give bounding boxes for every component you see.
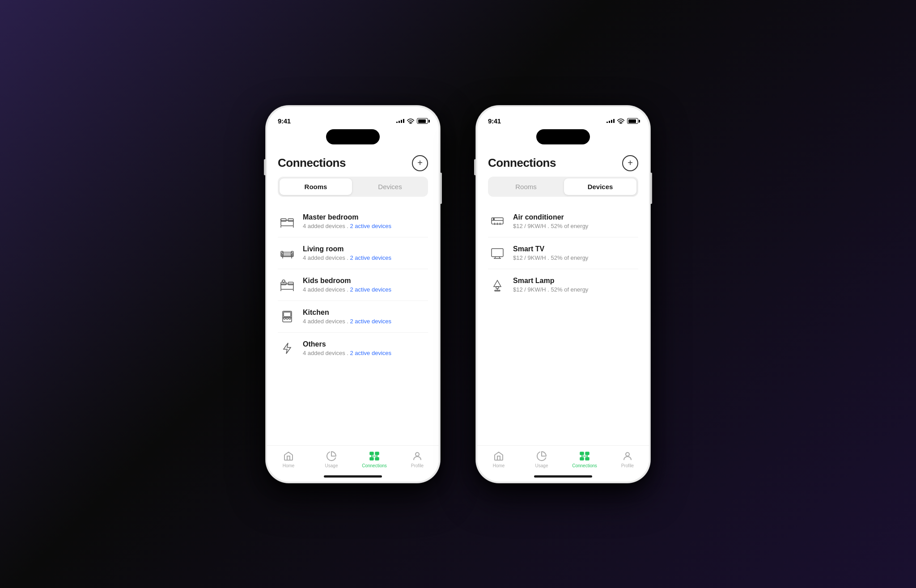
device-text-3: Smart Lamp $12 / 9KW/H . 52% of energy bbox=[513, 277, 638, 293]
nav-connections-1[interactable]: Connections bbox=[353, 450, 396, 468]
svg-point-56 bbox=[626, 453, 629, 456]
svg-rect-20 bbox=[284, 312, 291, 317]
app-title-2: Connections bbox=[488, 156, 556, 170]
room-text-3: Kids bedroom 4 added devices . 2 active … bbox=[303, 277, 428, 293]
svg-rect-51 bbox=[580, 457, 584, 460]
room-text-5: Others 4 added devices . 2 active device… bbox=[303, 340, 428, 356]
svg-rect-52 bbox=[585, 457, 589, 460]
svg-rect-41 bbox=[492, 249, 503, 257]
device-text-1: Air conditioner $12 / 9KW/H . 52% of ene… bbox=[513, 213, 638, 229]
nav-usage-label-2: Usage bbox=[535, 463, 548, 468]
home-bar-2 bbox=[477, 472, 649, 482]
tab-rooms-2[interactable]: Rooms bbox=[490, 178, 562, 195]
home-bar-1 bbox=[267, 472, 439, 482]
svg-point-34 bbox=[620, 123, 621, 124]
tab-switcher-2: Rooms Devices bbox=[488, 177, 638, 197]
chart-icon-1 bbox=[326, 450, 337, 462]
tab-devices-2[interactable]: Devices bbox=[564, 178, 636, 195]
room-name-1: Master bedroom bbox=[303, 213, 428, 221]
dynamic-island-1 bbox=[326, 129, 380, 144]
svg-rect-49 bbox=[580, 452, 584, 455]
list-item[interactable]: Others 4 added devices . 2 active device… bbox=[278, 333, 428, 364]
nav-usage-1[interactable]: Usage bbox=[310, 450, 353, 468]
app-title-1: Connections bbox=[278, 156, 346, 170]
room-text-4: Kitchen 4 added devices . 2 active devic… bbox=[303, 309, 428, 325]
bolt-icon bbox=[278, 339, 297, 358]
room-name-3: Kids bedroom bbox=[303, 277, 428, 285]
list-item[interactable]: Kitchen 4 added devices . 2 active devic… bbox=[278, 301, 428, 333]
kids-bed-icon bbox=[278, 275, 297, 294]
nav-profile-label-1: Profile bbox=[411, 463, 424, 468]
svg-marker-45 bbox=[494, 280, 501, 287]
ac-icon bbox=[488, 212, 507, 231]
sofa-icon bbox=[278, 244, 297, 262]
svg-rect-46 bbox=[496, 287, 499, 288]
room-sub-2: 4 added devices . 2 active devices bbox=[303, 254, 428, 261]
room-text-1: Master bedroom 4 added devices . 2 activ… bbox=[303, 213, 428, 229]
status-bar-1: 9:41 bbox=[267, 107, 439, 129]
svg-rect-28 bbox=[370, 457, 373, 460]
nav-profile-1[interactable]: Profile bbox=[396, 450, 439, 468]
kitchen-icon bbox=[278, 307, 297, 326]
svg-point-33 bbox=[416, 453, 419, 456]
profile-icon-2 bbox=[622, 450, 633, 462]
status-icons-1 bbox=[396, 118, 428, 124]
svg-rect-50 bbox=[585, 452, 589, 455]
bed-icon bbox=[278, 212, 297, 231]
rooms-list-1: Master bedroom 4 added devices . 2 activ… bbox=[267, 206, 439, 445]
status-bar-2: 9:41 bbox=[477, 107, 649, 129]
status-time-1: 9:41 bbox=[278, 117, 291, 125]
device-sub-1: $12 / 9KW/H . 52% of energy bbox=[513, 223, 638, 229]
nav-home-label-1: Home bbox=[283, 463, 295, 468]
app-header-2: Connections + bbox=[477, 148, 649, 177]
device-name-3: Smart Lamp bbox=[513, 277, 638, 285]
svg-rect-3 bbox=[288, 219, 293, 221]
list-item[interactable]: Living room 4 added devices . 2 active d… bbox=[278, 237, 428, 269]
device-name-2: Smart TV bbox=[513, 245, 638, 253]
home-icon-1 bbox=[283, 450, 294, 462]
tv-icon bbox=[488, 244, 507, 262]
tab-devices-1[interactable]: Devices bbox=[354, 178, 426, 195]
list-item[interactable]: Air conditioner $12 / 9KW/H . 52% of ene… bbox=[488, 206, 638, 237]
lamp-icon bbox=[488, 275, 507, 294]
room-name-5: Others bbox=[303, 340, 428, 348]
add-button-2[interactable]: + bbox=[622, 155, 638, 171]
nav-profile-label-2: Profile bbox=[621, 463, 634, 468]
status-icons-2 bbox=[606, 118, 638, 124]
home-icon-2 bbox=[493, 450, 505, 462]
nav-usage-2[interactable]: Usage bbox=[520, 450, 563, 468]
device-name-1: Air conditioner bbox=[513, 213, 638, 221]
list-item[interactable]: Master bedroom 4 added devices . 2 activ… bbox=[278, 206, 428, 237]
nav-connections-2[interactable]: Connections bbox=[563, 450, 606, 468]
tab-switcher-1: Rooms Devices bbox=[278, 177, 428, 197]
nav-profile-2[interactable]: Profile bbox=[606, 450, 649, 468]
list-item[interactable]: Smart TV $12 / 9KW/H . 52% of energy bbox=[488, 237, 638, 269]
add-button-1[interactable]: + bbox=[412, 155, 428, 171]
wifi-icon-2 bbox=[617, 118, 624, 124]
signal-icon-2 bbox=[606, 119, 615, 123]
svg-rect-10 bbox=[283, 254, 292, 256]
room-text-2: Living room 4 added devices . 2 active d… bbox=[303, 245, 428, 261]
devices-list-2: Air conditioner $12 / 9KW/H . 52% of ene… bbox=[477, 206, 649, 445]
connections-icon-1 bbox=[369, 450, 380, 462]
svg-rect-48 bbox=[495, 290, 500, 291]
phone-2: 9:41 bbox=[476, 106, 650, 483]
svg-rect-29 bbox=[375, 457, 379, 460]
room-sub-4: 4 added devices . 2 active devices bbox=[303, 318, 428, 325]
nav-connections-label-1: Connections bbox=[362, 463, 387, 468]
room-name-2: Living room bbox=[303, 245, 428, 253]
nav-home-1[interactable]: Home bbox=[267, 450, 310, 468]
room-sub-1: 4 added devices . 2 active devices bbox=[303, 223, 428, 229]
scene: 9:41 bbox=[266, 106, 650, 483]
room-name-4: Kitchen bbox=[303, 309, 428, 317]
svg-rect-27 bbox=[375, 452, 379, 455]
svg-rect-15 bbox=[288, 282, 293, 285]
profile-icon-1 bbox=[411, 450, 423, 462]
tab-rooms-1[interactable]: Rooms bbox=[280, 178, 352, 195]
list-item[interactable]: Kids bedroom 4 added devices . 2 active … bbox=[278, 269, 428, 301]
nav-connections-label-2: Connections bbox=[572, 463, 597, 468]
nav-home-label-2: Home bbox=[493, 463, 505, 468]
list-item[interactable]: Smart Lamp $12 / 9KW/H . 52% of energy bbox=[488, 269, 638, 300]
battery-icon-2 bbox=[627, 118, 638, 124]
nav-home-2[interactable]: Home bbox=[477, 450, 520, 468]
